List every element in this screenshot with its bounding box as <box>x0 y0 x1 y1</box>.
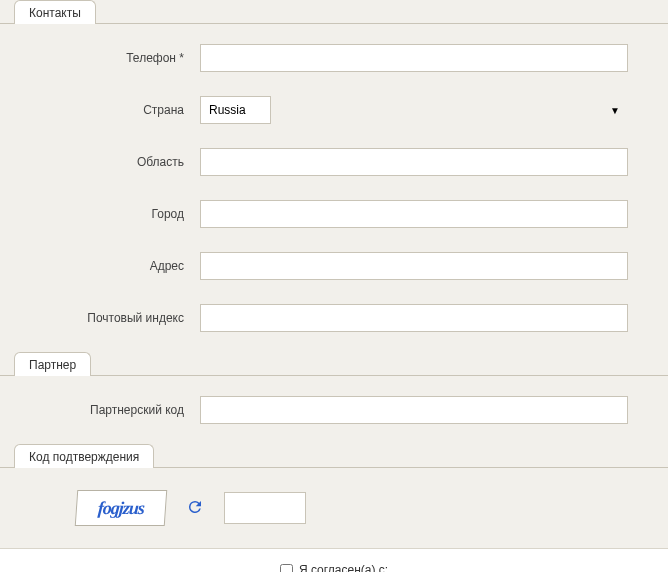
section-title-captcha: Код подтверждения <box>29 450 139 464</box>
captcha-text: fogjzus <box>97 498 144 519</box>
label-region: Область <box>40 155 200 169</box>
zip-field[interactable] <box>200 304 628 332</box>
address-field[interactable] <box>200 252 628 280</box>
section-tab-captcha: Код подтверждения <box>14 444 154 468</box>
label-partner-code: Партнерский код <box>40 403 200 417</box>
city-field[interactable] <box>200 200 628 228</box>
label-city: Город <box>40 207 200 221</box>
refresh-captcha-button[interactable] <box>186 498 204 519</box>
agreement-block: Я согласен(а) с: Клиентское соглашение З… <box>0 548 668 572</box>
region-field[interactable] <box>200 148 628 176</box>
label-phone: Телефон * <box>40 51 200 65</box>
label-country: Страна <box>40 103 200 117</box>
row-zip: Почтовый индекс <box>40 304 628 332</box>
contacts-section: Телефон * Страна Russia ▼ Область Город … <box>0 24 668 352</box>
partner-section: Партнерский код <box>0 376 668 444</box>
captcha-image: fogjzus <box>75 490 168 526</box>
label-zip: Почтовый индекс <box>40 311 200 325</box>
section-title-partner: Партнер <box>29 358 76 372</box>
refresh-icon <box>186 498 204 516</box>
row-country: Страна Russia ▼ <box>40 96 628 124</box>
row-region: Область <box>40 148 628 176</box>
captcha-field[interactable] <box>224 492 306 524</box>
chevron-down-icon: ▼ <box>610 105 620 116</box>
captcha-section: fogjzus <box>0 468 668 548</box>
country-select[interactable]: Russia <box>200 96 271 124</box>
section-tab-partner: Партнер <box>14 352 91 376</box>
agreement-checkbox[interactable] <box>280 564 293 573</box>
phone-field[interactable] <box>200 44 628 72</box>
agreement-label: Я согласен(а) с: <box>299 563 388 572</box>
row-address: Адрес <box>40 252 628 280</box>
row-city: Город <box>40 200 628 228</box>
label-address: Адрес <box>40 259 200 273</box>
agreement-line[interactable]: Я согласен(а) с: <box>280 563 388 572</box>
section-title-contacts: Контакты <box>29 6 81 20</box>
row-phone: Телефон * <box>40 44 628 72</box>
row-partner-code: Партнерский код <box>40 396 628 424</box>
section-tab-contacts: Контакты <box>14 0 96 24</box>
partner-code-field[interactable] <box>200 396 628 424</box>
